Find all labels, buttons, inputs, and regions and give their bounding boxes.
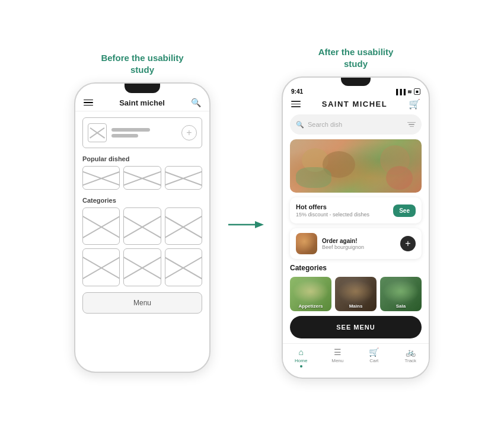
main-container: Before the usability study Saint michel … <box>0 34 504 391</box>
after-header: SAINT MICHEL 🛒 <box>283 95 429 114</box>
cat-sq-5 <box>123 248 161 286</box>
cat-sq-4 <box>82 248 120 286</box>
before-notch <box>125 84 160 93</box>
after-column: After the usability study 9:41 ▐▐▐ ≋ ■ <box>282 46 430 379</box>
signal-icon: ▐▐▐ <box>394 89 406 95</box>
see-button[interactable]: See <box>393 204 416 217</box>
track-icon: 🚲 <box>404 347 416 357</box>
order-icon-wire <box>88 123 107 142</box>
after-title: SAINT MICHEL <box>322 100 387 108</box>
cat-sq-6 <box>165 248 202 286</box>
nav-track[interactable]: 🚲 Track <box>393 347 429 368</box>
wifi-icon: ≋ <box>407 89 412 95</box>
cat-row-2 <box>82 248 202 286</box>
cat-sq-3 <box>165 207 202 245</box>
categories-title: Categories <box>290 264 422 272</box>
before-title: Saint michel <box>119 98 165 107</box>
order-again-title: Order again! <box>322 238 395 244</box>
popular-card-3 <box>165 166 202 190</box>
popular-section: Popular dished <box>82 155 202 190</box>
categories-row: Appetizers Mains Sala <box>290 277 422 311</box>
before-header: Saint michel 🔍 <box>75 94 209 111</box>
cat-sq-1 <box>82 207 120 245</box>
order-again-dish: Beef bourguignon <box>322 244 395 250</box>
order-again-card: Order again! Beef bourguignon + <box>290 228 422 259</box>
nav-home[interactable]: ⌂ Home <box>283 347 320 368</box>
nav-menu-label: Menu <box>331 358 343 363</box>
categories-wire-grid <box>82 207 202 286</box>
hot-offers-text: Hot offers 15% discount - selected dishe… <box>296 203 388 218</box>
after-phone: 9:41 ▐▐▐ ≋ ■ SAINT MICHEL 🛒 🔍 <box>282 76 430 379</box>
wire-plus-btn[interactable]: + <box>181 125 197 140</box>
cart-icon[interactable]: 🛒 <box>409 98 420 110</box>
cat-label-appetizers: Appetizers <box>290 303 331 309</box>
nav-cart[interactable]: 🛒 Cart <box>356 347 393 368</box>
order-again-text: Order again! Beef bourguignon <box>322 238 395 250</box>
category-card-salads[interactable]: Sala <box>380 277 422 311</box>
order-text-wire <box>111 128 177 138</box>
before-phone: Saint michel 🔍 + Popular dished <box>74 82 210 373</box>
svg-marker-1 <box>255 221 264 228</box>
filter-icon[interactable] <box>407 122 416 127</box>
search-icon[interactable]: 🔍 <box>191 98 201 107</box>
categories-wire-section: Categories <box>82 197 202 286</box>
cart-nav-icon: 🛒 <box>368 347 380 357</box>
popular-card-2 <box>123 166 161 190</box>
battery-icon: ■ <box>414 88 420 95</box>
hamburger-icon[interactable] <box>84 100 93 106</box>
nav-active-indicator <box>300 365 302 368</box>
menu-nav-icon: ☰ <box>331 347 343 357</box>
cat-sq-2 <box>123 207 161 245</box>
category-card-mains[interactable]: Mains <box>335 277 377 311</box>
categories-section: Categories Appetizers Mains <box>283 264 429 316</box>
arrow-icon <box>228 218 264 232</box>
home-icon: ⌂ <box>295 347 307 357</box>
hot-offers-card: Hot offers 15% discount - selected dishe… <box>290 197 422 223</box>
nav-cart-label: Cart <box>369 358 378 363</box>
status-bar: 9:41 ▐▐▐ ≋ ■ <box>283 86 429 95</box>
food-thumbnail <box>296 233 317 254</box>
cat-label-mains: Mains <box>335 303 377 309</box>
bottom-nav: ⌂ Home ☰ Menu 🛒 Cart 🚲 Track <box>283 343 429 371</box>
food-item-4 <box>296 167 331 188</box>
cat-label-salads: Sala <box>380 303 422 309</box>
arrow-container <box>228 194 264 232</box>
after-label: After the usability study <box>318 46 394 69</box>
category-card-appetizers[interactable]: Appetizers <box>290 277 331 311</box>
search-bar[interactable]: 🔍 Search dish <box>290 114 422 135</box>
status-time: 9:41 <box>291 88 303 95</box>
menu-button[interactable]: Menu <box>82 292 202 314</box>
hot-offers-title: Hot offers <box>296 203 388 210</box>
before-column: Before the usability study Saint michel … <box>74 52 210 373</box>
nav-track-label: Track <box>404 358 416 363</box>
categories-wire-title: Categories <box>82 197 202 204</box>
popular-cards-row <box>82 166 202 190</box>
after-notch <box>341 78 371 86</box>
popular-row <box>82 166 202 190</box>
hero-image <box>290 139 422 193</box>
add-to-order-button[interactable]: + <box>400 236 416 251</box>
food-item-5 <box>386 166 413 190</box>
status-icons: ▐▐▐ ≋ ■ <box>394 88 420 95</box>
before-label: Before the usability study <box>101 52 183 75</box>
search-input[interactable]: Search dish <box>308 121 404 128</box>
popular-card-1 <box>82 166 120 190</box>
popular-title: Popular dished <box>82 155 202 162</box>
see-menu-button[interactable]: SEE MENU <box>290 316 422 338</box>
order-text-line-1 <box>111 128 150 132</box>
hot-offers-subtitle: 15% discount - selected dishes <box>296 212 388 218</box>
after-hamburger-icon[interactable] <box>291 101 301 107</box>
before-content: + Popular dished Categories <box>75 111 209 292</box>
nav-menu[interactable]: ☰ Menu <box>320 347 356 368</box>
order-text-line-2 <box>111 134 138 138</box>
cat-row-1 <box>82 207 202 245</box>
search-bar-icon: 🔍 <box>296 121 304 129</box>
order-again-wire: + <box>82 117 202 148</box>
nav-home-label: Home <box>295 358 307 363</box>
